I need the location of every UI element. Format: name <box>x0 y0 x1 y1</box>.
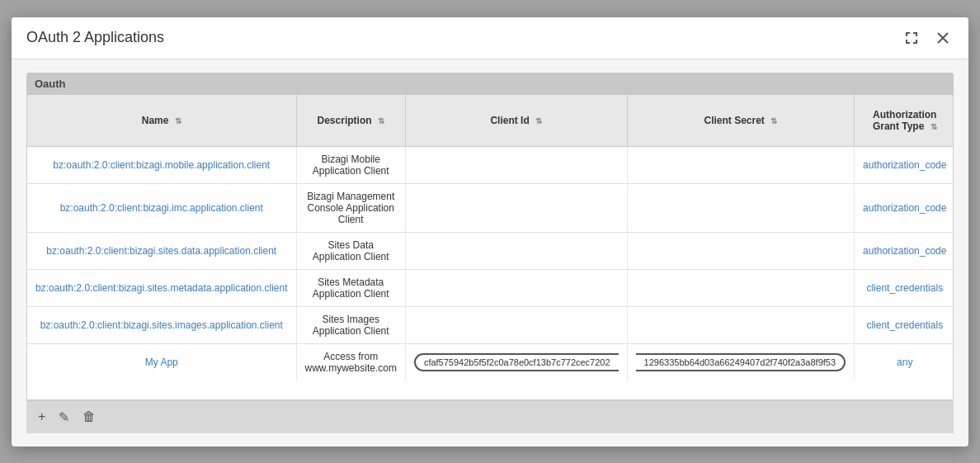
section-label: Oauth <box>26 73 954 95</box>
cell-name: bz:oauth:2.0:client:bizagi.sites.data.ap… <box>27 232 296 269</box>
table-row[interactable]: bz:oauth:2.0:client:bizagi.sites.images.… <box>27 306 954 343</box>
modal: OAuth 2 Applications <box>12 17 968 446</box>
cell-auth-grant-type: client_credentials <box>855 306 954 343</box>
cell-client-secret <box>627 306 854 343</box>
cell-client-secret <box>627 146 854 183</box>
cell-client-id <box>405 269 627 306</box>
cell-name: bz:oauth:2.0:client:bizagi.sites.metadat… <box>27 269 296 306</box>
table-row[interactable]: bz:oauth:2.0:client:bizagi.sites.metadat… <box>27 269 954 306</box>
cell-name: bz:oauth:2.0:client:bizagi.mobile.applic… <box>27 146 296 183</box>
cell-name: bz:oauth:2.0:client:bizagi.imc.applicati… <box>27 183 296 232</box>
cell-description: Sites DataApplication Client <box>296 232 405 269</box>
cell-description: Bizagi MobileApplication Client <box>296 146 405 183</box>
modal-body: Oauth Name ⇅ Description ⇅ Client Id ⇅ C… <box>12 59 968 446</box>
cell-client-secret <box>627 232 854 269</box>
table-row[interactable]: My AppAccess fromwww.mywebsite.comcfaf57… <box>27 343 954 380</box>
cell-client-id <box>405 232 627 269</box>
modal-overlay: OAuth 2 Applications <box>0 0 980 463</box>
oauth-table: Name ⇅ Description ⇅ Client Id ⇅ Client … <box>27 95 954 380</box>
cell-client-secret: 1296335bb64d03a66249407d2f740f2a3a8f9f53 <box>627 343 854 380</box>
col-description[interactable]: Description ⇅ <box>296 95 405 147</box>
table-body: bz:oauth:2.0:client:bizagi.mobile.applic… <box>27 146 954 380</box>
sort-icon-client-id: ⇅ <box>535 116 542 125</box>
expand-button[interactable] <box>901 29 922 47</box>
cell-client-id <box>405 146 627 183</box>
sort-icon-client-secret: ⇅ <box>770 116 777 125</box>
col-client-secret[interactable]: Client Secret ⇅ <box>627 95 854 147</box>
cell-auth-grant-type: authorization_code <box>855 146 954 183</box>
cell-auth-grant-type: any <box>855 343 954 380</box>
cell-client-id <box>405 306 627 343</box>
col-auth-grant-type[interactable]: Authorization Grant Type ⇅ <box>855 95 954 147</box>
cell-name: My App <box>27 343 296 380</box>
modal-title: OAuth 2 Applications <box>26 29 164 46</box>
table-row[interactable]: bz:oauth:2.0:client:bizagi.imc.applicati… <box>27 183 954 232</box>
col-client-id[interactable]: Client Id ⇅ <box>405 95 627 147</box>
cell-auth-grant-type: client_credentials <box>855 269 954 306</box>
toolbar: + ✎ 🗑 <box>26 400 954 433</box>
table-header-row: Name ⇅ Description ⇅ Client Id ⇅ Client … <box>27 95 954 147</box>
cell-client-secret <box>627 183 854 232</box>
add-button[interactable]: + <box>35 408 49 426</box>
sort-icon-description: ⇅ <box>378 116 384 125</box>
cell-auth-grant-type: authorization_code <box>855 183 954 232</box>
cell-name: bz:oauth:2.0:client:bizagi.sites.images.… <box>27 306 296 343</box>
edit-button[interactable]: ✎ <box>55 408 73 427</box>
modal-header: OAuth 2 Applications <box>12 17 968 59</box>
cell-client-id: cfaf575942b5f5f2c0a78e0cf13b7c772cec7202 <box>405 343 627 380</box>
sort-icon-name: ⇅ <box>175 116 181 125</box>
cell-client-secret <box>627 269 854 306</box>
cell-description: Access fromwww.mywebsite.com <box>296 343 405 380</box>
cell-description: Bizagi ManagementConsole ApplicationClie… <box>296 183 405 232</box>
table-container: Name ⇅ Description ⇅ Client Id ⇅ Client … <box>26 95 954 400</box>
cell-auth-grant-type: authorization_code <box>855 232 954 269</box>
delete-button[interactable]: 🗑 <box>79 408 99 426</box>
cell-description: Sites ImagesApplication Client <box>296 306 405 343</box>
sort-icon-auth: ⇅ <box>931 122 937 131</box>
modal-controls <box>901 29 954 47</box>
cell-client-id <box>405 183 627 232</box>
table-row[interactable]: bz:oauth:2.0:client:bizagi.sites.data.ap… <box>27 232 954 269</box>
col-name[interactable]: Name ⇅ <box>27 95 296 147</box>
close-button[interactable] <box>932 29 954 47</box>
table-row[interactable]: bz:oauth:2.0:client:bizagi.mobile.applic… <box>27 146 954 183</box>
cell-description: Sites MetadataApplication Client <box>296 269 405 306</box>
